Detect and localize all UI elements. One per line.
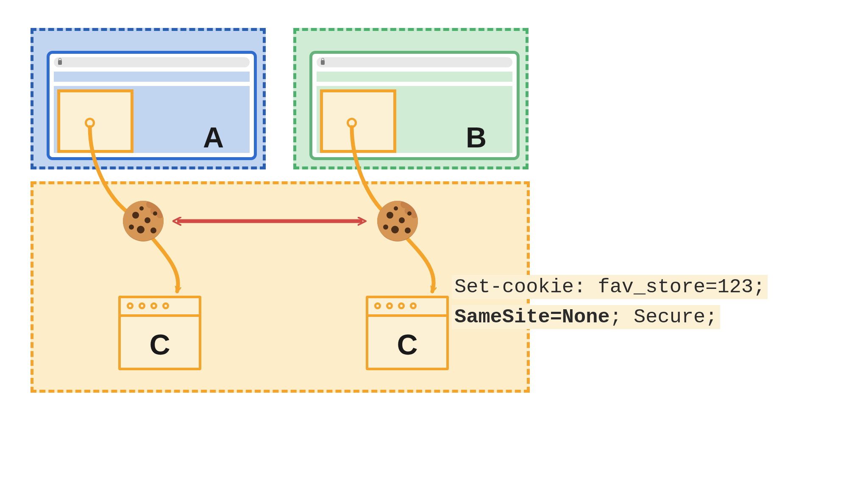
- nav-bar-b: [317, 72, 512, 82]
- browser-b: [309, 51, 520, 160]
- label-c-left: C: [121, 328, 199, 361]
- code-line-2: SameSite=None; Secure;: [452, 306, 720, 328]
- addr-bar-a: [54, 57, 250, 67]
- connector-dot-b: [347, 118, 357, 128]
- window-dots-icon: [127, 302, 169, 309]
- window-c-right: C: [366, 296, 449, 370]
- browser-a: [47, 51, 257, 160]
- addr-bar-b: [317, 57, 512, 67]
- site-a-box: A: [31, 28, 266, 169]
- label-c-right: C: [368, 328, 446, 361]
- iframe-b: [320, 89, 396, 153]
- label-b: B: [466, 121, 487, 154]
- lock-icon: [321, 60, 325, 65]
- divider: [368, 314, 446, 317]
- code-bold: SameSite=None: [454, 306, 610, 328]
- iframe-a: [57, 89, 134, 153]
- diagram-root: A B C C: [0, 0, 868, 488]
- code-text-1: Set-cookie: fav_store=123;: [452, 275, 768, 299]
- divider: [121, 314, 199, 317]
- site-b-box: B: [293, 28, 529, 169]
- window-c-left: C: [118, 296, 201, 370]
- code-rest: ; Secure;: [610, 306, 718, 328]
- connector-dot-a: [85, 118, 95, 128]
- lock-icon: [58, 60, 62, 65]
- label-a: A: [203, 121, 224, 154]
- nav-bar-a: [54, 72, 250, 82]
- code-line-1: Set-cookie: fav_store=123;: [452, 276, 768, 298]
- window-dots-icon: [374, 302, 417, 309]
